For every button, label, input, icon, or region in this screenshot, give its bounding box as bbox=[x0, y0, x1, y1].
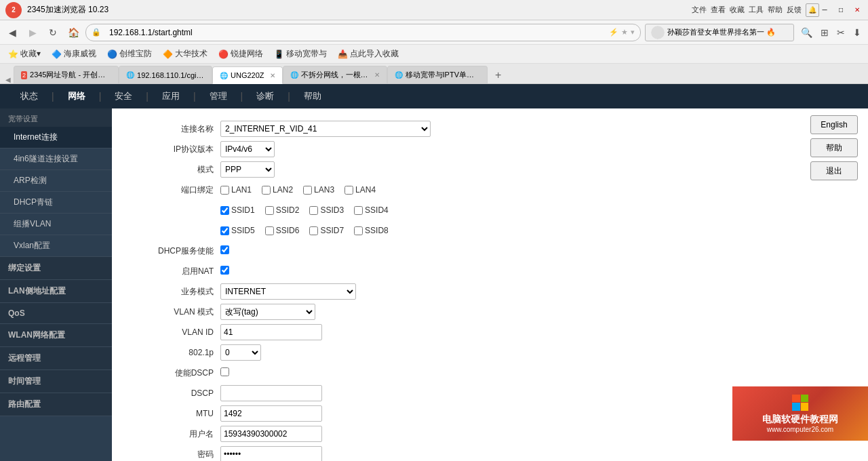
sidebar-item-dhcp[interactable]: DHCP青链 bbox=[0, 192, 112, 214]
checkbox-lan4[interactable]: LAN4 bbox=[344, 185, 376, 195]
forward-button[interactable]: ▶ bbox=[24, 24, 41, 41]
sidebar-group-bind[interactable]: 绑定设置 bbox=[0, 257, 112, 280]
nat-checkbox[interactable] bbox=[220, 266, 229, 275]
service-mode-select[interactable]: INTERNET bbox=[220, 283, 356, 300]
dscp-input[interactable] bbox=[220, 385, 322, 401]
nav-network[interactable]: 网络 bbox=[54, 85, 99, 108]
vlan-id-input[interactable] bbox=[220, 324, 322, 340]
password-input[interactable] bbox=[220, 446, 322, 461]
help-button[interactable]: 帮助 bbox=[810, 138, 858, 157]
checkbox-ssid4[interactable]: SSID4 bbox=[354, 205, 389, 215]
home-button[interactable]: 🏠 bbox=[65, 24, 81, 41]
sidebar-item-multicast-vlan[interactable]: 组播VLAN bbox=[0, 214, 112, 235]
checkbox-ssid1[interactable]: SSID1 bbox=[220, 205, 255, 215]
checkbox-ssid5[interactable]: SSID5 bbox=[220, 226, 255, 235]
vlan-mode-select[interactable]: 改写(tag) bbox=[220, 304, 315, 320]
watermark-url: www.computer26.com bbox=[767, 426, 833, 433]
import-icon: 📥 bbox=[338, 49, 348, 59]
nav-diagnose[interactable]: 诊断 bbox=[243, 85, 288, 108]
address-input[interactable] bbox=[104, 24, 606, 41]
menu-tools[interactable]: 工具 bbox=[749, 5, 764, 15]
news-text: 孙颖莎首登女单世界排名第一 🔥 bbox=[667, 27, 776, 37]
dscp-enable-checkbox[interactable] bbox=[220, 367, 229, 376]
checkbox-lan3[interactable]: LAN3 bbox=[303, 185, 334, 195]
connection-name-select[interactable]: 2_INTERNET_R_VID_41 bbox=[220, 121, 431, 137]
star-icon[interactable]: ★ bbox=[621, 28, 628, 37]
username-input[interactable] bbox=[220, 426, 322, 442]
tab-luci[interactable]: 🌐 192.168.110.1/cgi-bin/luci/: bbox=[119, 66, 212, 83]
bookmark-ruijie[interactable]: 🔴 锐捷网络 bbox=[216, 47, 266, 61]
tab-2345[interactable]: 2 2345网址导航 - 开创中国百年 bbox=[14, 66, 119, 83]
new-tab-button[interactable]: + bbox=[490, 67, 507, 83]
mobile-icon: 📱 bbox=[274, 49, 284, 59]
sidebar-group-remote[interactable]: 远程管理 bbox=[0, 347, 112, 370]
nav-help-menu[interactable]: 帮助 bbox=[290, 85, 335, 108]
refresh-button[interactable]: ↻ bbox=[45, 24, 61, 41]
scissors-icon[interactable]: ✂ bbox=[834, 26, 848, 39]
search-icon[interactable]: 🔍 bbox=[798, 26, 815, 39]
ip-version-select[interactable]: IPv4/v6 bbox=[220, 141, 275, 157]
sidebar-group-qos[interactable]: QoS bbox=[0, 303, 112, 324]
sidebar-item-internet[interactable]: Internet连接 bbox=[0, 127, 112, 148]
username-label: 用户名 bbox=[125, 424, 220, 444]
bookmark-import[interactable]: 📥 点此导入收藏 bbox=[335, 47, 401, 61]
tab-ung-close[interactable]: ✕ bbox=[270, 72, 275, 79]
nav-app[interactable]: 应用 bbox=[149, 85, 193, 108]
menu-view[interactable]: 查看 bbox=[711, 5, 726, 15]
sidebar-group-route[interactable]: 路由配置 bbox=[0, 393, 112, 416]
news-ticker[interactable]: 孙颖莎首登女单世界排名第一 🔥 bbox=[645, 24, 794, 41]
close-button[interactable]: ✕ bbox=[852, 5, 863, 16]
menu-react[interactable]: 反馈 bbox=[787, 5, 802, 15]
bookmark-dahua[interactable]: 🔶 大华技术 bbox=[160, 47, 210, 61]
mtu-input[interactable] bbox=[220, 405, 322, 422]
sidebar-item-vxlan[interactable]: Vxlan配置 bbox=[0, 235, 112, 257]
checkbox-ssid6[interactable]: SSID6 bbox=[265, 226, 300, 235]
grid-icon[interactable]: ⊞ bbox=[818, 26, 831, 39]
sidebar-group-lan[interactable]: LAN侧地址配置 bbox=[0, 280, 112, 303]
download-icon[interactable]: ⬇ bbox=[850, 26, 864, 39]
dhcp-checkbox[interactable] bbox=[220, 245, 229, 254]
tab-network-close[interactable]: ✕ bbox=[374, 71, 380, 79]
window-controls[interactable]: ─ □ ✕ bbox=[819, 5, 863, 16]
tab-network[interactable]: 🌐 不拆分网线，一根网线实现IP ✕ bbox=[283, 66, 387, 83]
sidebar: 宽带设置 Internet连接 4in6隧道连接设置 ARP检测 DHCP青链 … bbox=[0, 108, 112, 461]
tab-ung220z[interactable]: 🌐 UNG220Z ✕ bbox=[212, 66, 283, 84]
checkbox-lan1[interactable]: LAN1 bbox=[220, 185, 252, 195]
menu-help[interactable]: 帮助 bbox=[768, 5, 783, 15]
tab-2345-label: 2345网址导航 - 开创中国百年 bbox=[30, 70, 111, 80]
dot1p-row: 802.1p 0 bbox=[125, 342, 854, 363]
checkbox-ssid7[interactable]: SSID7 bbox=[309, 226, 344, 235]
checkbox-ssid2[interactable]: SSID2 bbox=[265, 205, 300, 215]
mode-select[interactable]: PPP bbox=[220, 161, 275, 178]
minimize-button[interactable]: ─ bbox=[819, 5, 830, 16]
maximize-button[interactable]: □ bbox=[835, 5, 846, 16]
menu-file[interactable]: 文件 bbox=[692, 5, 707, 15]
dot1p-select[interactable]: 0 bbox=[220, 344, 261, 361]
bookmarks-menu[interactable]: ⭐ 收藏▾ bbox=[5, 47, 43, 61]
sidebar-group-wlan[interactable]: WLAN网络配置 bbox=[0, 324, 112, 347]
back-button[interactable]: ◀ bbox=[4, 24, 20, 41]
sidebar-group-time[interactable]: 时间管理 bbox=[0, 370, 112, 393]
tab-iptv[interactable]: 🌐 移动宽带与IPTV单线复用_PC bbox=[387, 66, 488, 83]
bookmarks-bar: ⭐ 收藏▾ 🔷 海康威视 🔵 创维宝防 🔶 大华技术 🔴 锐捷网络 📱 移动宽带… bbox=[0, 45, 868, 64]
english-button[interactable]: English bbox=[810, 115, 858, 134]
nav-status[interactable]: 状态 bbox=[7, 85, 52, 108]
nav-manage[interactable]: 管理 bbox=[196, 85, 241, 108]
tab-ung-icon: 🌐 bbox=[220, 72, 228, 79]
checkbox-lan2[interactable]: LAN2 bbox=[262, 185, 293, 195]
bookmark-mobile[interactable]: 📱 移动宽带与 bbox=[271, 47, 330, 61]
sidebar-item-arp[interactable]: ARP检测 bbox=[0, 170, 112, 192]
exit-button[interactable]: 退出 bbox=[810, 161, 858, 180]
checkbox-ssid8[interactable]: SSID8 bbox=[354, 226, 389, 235]
tab-nav-prev[interactable]: ◀ bbox=[5, 76, 11, 83]
vlan-mode-row: VLAN 模式 改写(tag) bbox=[125, 302, 854, 322]
bookmark-haikang[interactable]: 🔷 海康威视 bbox=[49, 47, 99, 61]
notification-icon[interactable]: 🔔 bbox=[806, 3, 819, 17]
nav-security[interactable]: 安全 bbox=[101, 85, 146, 108]
menu-collect[interactable]: 收藏 bbox=[730, 5, 745, 15]
address-bar-container[interactable]: 🔒 ⚡ ★ ▾ bbox=[85, 24, 641, 41]
sidebar-item-4in6[interactable]: 4in6隧道连接设置 bbox=[0, 148, 112, 170]
checkbox-ssid3[interactable]: SSID3 bbox=[309, 205, 344, 215]
rss-icon[interactable]: ▾ bbox=[631, 28, 635, 37]
bookmark-chuangwei[interactable]: 🔵 创维宝防 bbox=[104, 47, 155, 61]
